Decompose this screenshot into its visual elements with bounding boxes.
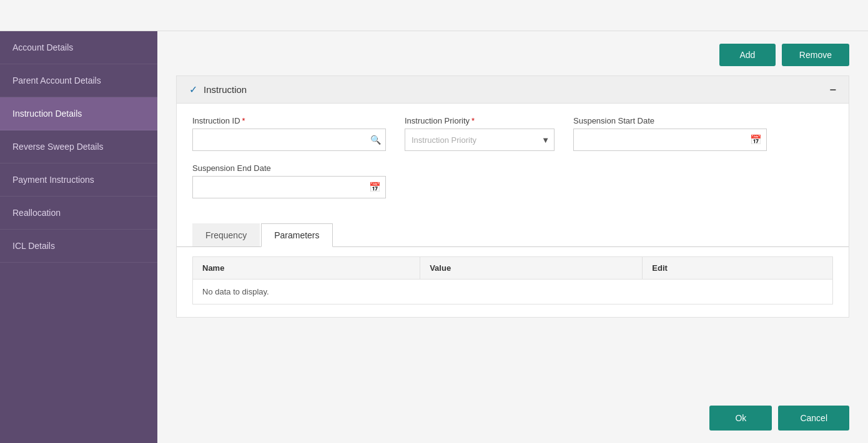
- suspension-end-date-label: Suspension End Date: [192, 163, 386, 173]
- instruction-priority-label: Instruction Priority*: [405, 116, 555, 125]
- sidebar-item-account-details[interactable]: Account Details: [0, 31, 157, 64]
- remove-button[interactable]: Remove: [782, 44, 849, 66]
- suspension-start-date-field: Suspension Start Date 📅: [573, 116, 767, 151]
- no-data-cell: No data to display.: [193, 280, 833, 304]
- instruction-id-input-wrap: 🔍: [192, 129, 386, 151]
- form-body: Instruction ID* 🔍 Instruction Priority*: [177, 104, 849, 223]
- sidebar-item-reverse-sweep-details[interactable]: Reverse Sweep Details: [0, 130, 157, 163]
- table-header: Name Value Edit: [193, 257, 833, 280]
- sidebar-item-payment-instructions[interactable]: Payment Instructions: [0, 163, 157, 197]
- search-icon: 🔍: [370, 135, 381, 145]
- table-wrap: Name Value Edit No data to display.: [177, 247, 849, 317]
- cancel-button[interactable]: Cancel: [778, 406, 849, 431]
- table-header-row: Name Value Edit: [193, 257, 833, 280]
- main-content: Add Remove ✓ Instruction −: [157, 31, 868, 443]
- sidebar: Account Details Parent Account Details I…: [0, 31, 157, 443]
- col-value: Value: [420, 257, 643, 280]
- main-layout: Account Details Parent Account Details I…: [0, 31, 868, 443]
- instruction-priority-select[interactable]: Instruction Priority: [405, 129, 555, 151]
- instruction-priority-select-wrap: Instruction Priority ▼: [405, 129, 555, 151]
- add-button[interactable]: Add: [719, 44, 776, 66]
- instruction-panel: ✓ Instruction − Instruction ID*: [176, 75, 849, 318]
- col-name: Name: [193, 257, 420, 280]
- form-row-1: Instruction ID* 🔍 Instruction Priority*: [192, 116, 833, 151]
- form-row-2: Suspension End Date 📅: [192, 163, 833, 198]
- suspension-start-date-input[interactable]: [573, 129, 767, 151]
- instruction-title: Instruction: [204, 84, 247, 95]
- ok-button[interactable]: Ok: [709, 406, 772, 431]
- col-edit: Edit: [643, 257, 833, 280]
- suspension-start-date-label: Suspension Start Date: [573, 116, 767, 125]
- required-star-priority: *: [471, 116, 475, 125]
- tabs-bar: Frequency Parameters: [177, 223, 849, 247]
- instruction-id-input[interactable]: [192, 129, 386, 151]
- instruction-priority-field: Instruction Priority* Instruction Priori…: [405, 116, 555, 151]
- required-star-id: *: [242, 116, 245, 125]
- instruction-id-label: Instruction ID*: [192, 116, 386, 125]
- top-bar: [0, 0, 868, 31]
- top-actions: Add Remove: [176, 44, 849, 66]
- table-row-no-data: No data to display.: [193, 280, 833, 304]
- suspension-start-date-wrap: 📅: [573, 129, 767, 151]
- table-body: No data to display.: [193, 280, 833, 304]
- tab-frequency[interactable]: Frequency: [192, 223, 260, 246]
- suspension-end-date-input[interactable]: [192, 176, 386, 198]
- parameters-table: Name Value Edit No data to display.: [192, 256, 833, 304]
- tab-parameters[interactable]: Parameters: [261, 223, 332, 247]
- sidebar-item-instruction-details[interactable]: Instruction Details: [0, 97, 157, 130]
- instruction-id-field: Instruction ID* 🔍: [192, 116, 386, 151]
- bottom-actions: Ok Cancel: [709, 406, 849, 431]
- instruction-panel-header: ✓ Instruction −: [177, 76, 849, 104]
- instruction-checkbox-icon[interactable]: ✓: [189, 84, 197, 95]
- sidebar-item-reallocation[interactable]: Reallocation: [0, 197, 157, 230]
- suspension-end-date-field: Suspension End Date 📅: [192, 163, 386, 198]
- sidebar-item-parent-account-details[interactable]: Parent Account Details: [0, 64, 157, 97]
- sidebar-item-icl-details[interactable]: ICL Details: [0, 230, 157, 263]
- suspension-end-date-wrap: 📅: [192, 176, 386, 198]
- collapse-button[interactable]: −: [829, 84, 836, 95]
